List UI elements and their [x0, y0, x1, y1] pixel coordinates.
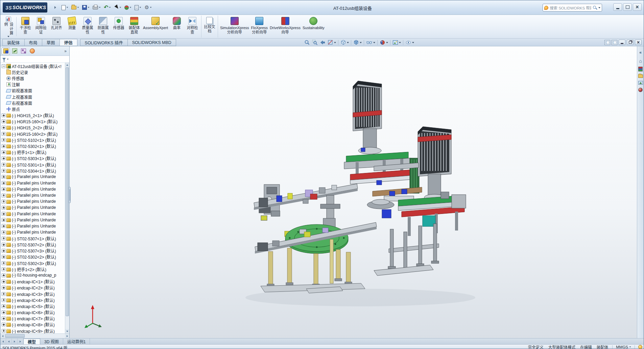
expand-toggle[interactable] — [2, 132, 5, 136]
ribbon-button[interactable]: 质量属 性 — [80, 16, 95, 38]
quick-tool-button[interactable] — [123, 3, 133, 12]
tree-item[interactable]: (-) ST02-5302<1> (默认) — [0, 143, 69, 149]
dropdown-caret-icon[interactable] — [373, 42, 375, 43]
filter-caret-icon[interactable] — [7, 59, 9, 60]
scroll-left-button[interactable] — [0, 334, 5, 338]
quick-tool-button[interactable] — [81, 3, 91, 12]
dropdown-caret-icon[interactable] — [88, 7, 90, 8]
expand-toggle[interactable] — [2, 194, 5, 197]
expand-toggle[interactable] — [2, 144, 5, 148]
commandmanager-tab[interactable]: SOLIDWORKS MBD — [127, 39, 176, 46]
dropdown-caret-icon[interactable] — [150, 7, 151, 8]
graphics-viewport[interactable] — [70, 46, 638, 338]
expand-toggle[interactable] — [2, 212, 5, 216]
propertymanager-tab[interactable] — [10, 47, 19, 55]
expand-toggle[interactable] — [2, 237, 5, 240]
tree-item[interactable]: (-) endcap-IC<1> (默认) — [0, 279, 69, 285]
assembly-3d-model[interactable] — [70, 46, 638, 338]
dropdown-caret-icon[interactable] — [67, 7, 68, 8]
ribbon-button[interactable]: 对称检 查 — [185, 16, 200, 38]
design-library-icon[interactable] — [638, 67, 643, 71]
tree-item[interactable]: (-) ST02-5307<1> (默认) — [0, 235, 69, 241]
expand-toggle[interactable] — [2, 329, 5, 333]
ribbon-button[interactable]: SimulationXpress 分析向导 — [218, 16, 250, 38]
ribbon-button[interactable]: 间隙验 证 — [33, 16, 49, 38]
tree-item[interactable]: (-) Parallel pins Unharde — [0, 186, 69, 192]
dropdown-caret-icon[interactable] — [412, 42, 414, 43]
featuremanager-tab[interactable] — [2, 47, 10, 55]
collapse-taskpane-icon[interactable] — [638, 50, 643, 55]
scrollbar-thumb[interactable] — [5, 334, 25, 338]
tree-item[interactable]: 右视基准面 — [0, 100, 69, 106]
panel-splitter-handle[interactable] — [68, 187, 71, 203]
tree-item[interactable]: 上视基准面 — [0, 94, 69, 100]
tree-item[interactable]: (-) endcap-IC<3> (默认) — [0, 291, 69, 297]
quick-tool-button[interactable] — [113, 3, 122, 12]
solidworks-resources-icon[interactable] — [638, 58, 643, 64]
expand-toggle[interactable] — [2, 113, 5, 117]
dropdown-caret-icon[interactable] — [130, 7, 132, 8]
commandmanager-tab[interactable]: 布局 — [24, 39, 42, 46]
expand-toggle[interactable] — [2, 292, 5, 296]
tree-item[interactable]: (-) endcap-IC<5> (默认) — [0, 303, 69, 309]
tree-item[interactable]: (-) ST02-5302<3> (默认) — [0, 260, 69, 266]
document-close-button[interactable] — [635, 40, 642, 45]
tree-item[interactable]: (-) ST02-5301<1> (默认) — [0, 161, 69, 168]
appearances-icon[interactable] — [638, 88, 643, 92]
tree-item[interactable]: (-) ST02-5307<2> (默认) — [0, 241, 69, 247]
tree-item[interactable]: 注解 — [0, 82, 69, 88]
quick-tool-button[interactable] — [61, 3, 69, 12]
tree-item[interactable]: (-) ST02-5302<2> (默认) — [0, 254, 69, 260]
displaymanager-tab[interactable] — [28, 47, 36, 55]
minimize-button[interactable] — [613, 3, 622, 11]
pane-overflow-button[interactable]: » — [63, 49, 68, 53]
help-search-box[interactable]: 搜索 SOLIDWORKS 帮助 — [543, 4, 602, 12]
tree-horizontal-scrollbar[interactable] — [0, 333, 69, 338]
ribbon-button[interactable]: 传感器 — [111, 16, 126, 38]
tree-item[interactable]: (-) endcap-IC<8> (默认) — [0, 322, 69, 328]
tree-item[interactable]: (-) ST02-5307<3> (默认) — [0, 248, 69, 254]
study-tab[interactable]: 3D 视图 — [40, 339, 63, 344]
configurationmanager-tab[interactable] — [19, 47, 27, 55]
expand-toggle[interactable] — [2, 267, 5, 271]
tree-item[interactable]: 原点 — [0, 106, 69, 112]
view-palette-icon[interactable] — [638, 81, 643, 85]
commandmanager-tab[interactable]: 装配体 — [2, 39, 25, 46]
tree-item[interactable]: 历史记录 — [0, 69, 69, 75]
ribbon-button[interactable]: 比较文 档 — [201, 16, 217, 38]
expand-toggle[interactable] — [2, 169, 5, 173]
expand-toggle[interactable] — [2, 286, 5, 289]
quick-tool-button[interactable] — [143, 3, 152, 12]
tree-item[interactable]: (-) 02-housing-endcap_p — [0, 272, 69, 278]
expand-toggle[interactable] — [2, 119, 5, 123]
expand-toggle[interactable] — [2, 156, 5, 160]
expand-toggle[interactable] — [2, 280, 5, 283]
quick-tool-button[interactable] — [70, 3, 80, 12]
tree-item[interactable]: (-) endcap-IC<6> (默认) — [0, 309, 69, 315]
document-minimize-button[interactable] — [619, 40, 625, 45]
tree-item[interactable]: (-) 把手1<1> (默认) — [0, 149, 69, 155]
expand-toggle[interactable] — [2, 317, 5, 320]
tree-item[interactable]: (-) Parallel pins Unharde — [0, 192, 69, 198]
expand-toggle[interactable] — [2, 150, 5, 154]
tree-item[interactable]: (-) endcap-IC<4> (默认) — [0, 297, 69, 303]
tree-item[interactable]: (-) Parallel pins Unharde — [0, 223, 69, 229]
dropdown-caret-icon[interactable] — [386, 42, 388, 43]
section-view-button[interactable] — [327, 39, 337, 46]
scroll-right-button[interactable] — [65, 334, 69, 338]
ribbon-button[interactable]: 干涉检 查 — [18, 16, 33, 38]
dropdown-caret-icon[interactable] — [347, 42, 349, 43]
expand-toggle[interactable] — [2, 126, 5, 129]
dropdown-caret-icon[interactable] — [360, 42, 362, 43]
tree-item[interactable]: (-) Parallel pins Unharde — [0, 180, 69, 186]
tree-item[interactable]: (-) Parallel pins Unharde — [0, 211, 69, 217]
quick-tool-button[interactable] — [92, 3, 102, 12]
last-tab-button[interactable] — [18, 339, 23, 344]
close-button[interactable] — [633, 3, 642, 11]
expand-toggle[interactable] — [2, 231, 5, 234]
tree-item[interactable]: 传感器 — [0, 75, 69, 81]
ribbon-button[interactable]: 测量 — [64, 16, 80, 38]
ribbon-button[interactable]: 剖面属 性 — [95, 16, 111, 38]
dropdown-caret-icon[interactable] — [77, 7, 79, 8]
ribbon-button[interactable]: 装配体 直观 — [126, 16, 142, 38]
